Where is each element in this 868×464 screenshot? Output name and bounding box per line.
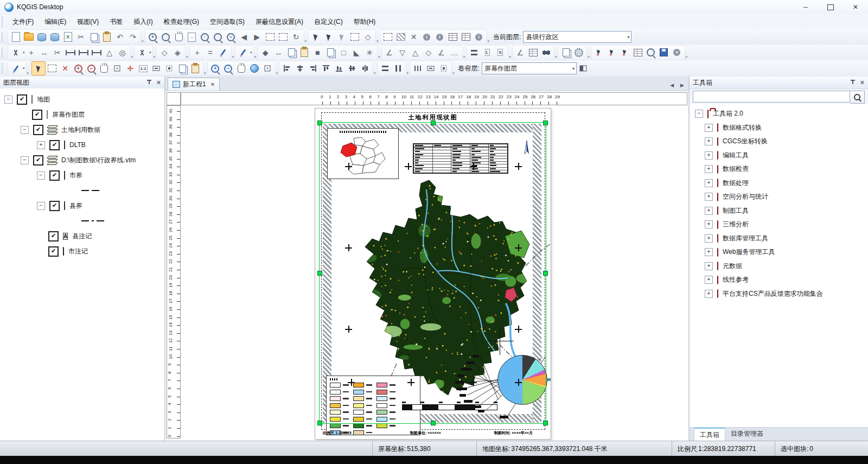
layout-page[interactable]: 土地利用现状图 [315, 108, 551, 440]
paste-icon[interactable] [100, 30, 113, 43]
clear-selection-icon[interactable]: ✕ [407, 30, 420, 43]
stack-squares-icon[interactable] [324, 46, 337, 59]
width-ruler-icon[interactable] [468, 46, 481, 59]
globe-refresh-icon[interactable] [248, 62, 261, 75]
snap-plus-icon[interactable]: + [191, 46, 204, 59]
one-to-one-icon[interactable]: 1:1 [137, 62, 150, 75]
layer-checkbox[interactable]: ✔ [49, 201, 60, 211]
selection-handle-0[interactable] [317, 120, 322, 125]
toolbox-item-11[interactable]: +线性参考 [695, 273, 868, 287]
selection-handle-7[interactable] [543, 421, 548, 425]
full-extent-icon[interactable] [111, 62, 124, 75]
copy-geometry-icon[interactable] [285, 46, 298, 59]
menu-item-5[interactable]: 检查处理(G) [158, 15, 205, 29]
selection-handle-5[interactable] [317, 421, 322, 425]
layer-tree-item-1[interactable]: ✔屏幕作图层 [4, 107, 164, 122]
locate-magnifier-icon[interactable]: · [199, 30, 212, 43]
toolbox-item-8[interactable]: +数据库管理工具 [695, 232, 868, 246]
move-selection-icon[interactable] [381, 30, 394, 43]
vertex-edit-1-icon[interactable] [592, 46, 605, 59]
maximize-button[interactable] [818, 0, 843, 14]
layer-checkbox[interactable]: ✔ [48, 231, 59, 241]
angle-query-icon[interactable]: ∠ [514, 46, 527, 59]
layer-checkbox[interactable]: ✔ [32, 110, 42, 120]
segment-tool-1-icon[interactable] [64, 46, 77, 59]
select-element-icon[interactable] [31, 61, 46, 75]
expand-toggle[interactable]: + [705, 262, 713, 270]
raster-query-icon[interactable] [459, 30, 473, 43]
selection-handle-3[interactable] [317, 271, 322, 276]
zoom-out-blue-icon[interactable]: − [222, 62, 235, 75]
toolbox-item-7[interactable]: +三维分析 [695, 218, 868, 232]
fit-frame-icon[interactable] [437, 62, 450, 75]
toolbox-close-icon[interactable]: ✕ [860, 79, 865, 86]
parallel-tool-icon[interactable]: = [204, 46, 217, 59]
layer-checkbox[interactable]: ✔ [48, 246, 59, 257]
paste-view-icon[interactable] [189, 62, 202, 75]
layer-checkbox[interactable]: ✔ [17, 94, 27, 105]
new-document-icon[interactable] [9, 30, 22, 43]
save-database-icon[interactable] [48, 30, 61, 43]
menu-item-2[interactable]: 视图(V) [72, 15, 104, 29]
pin-icon[interactable] [147, 79, 152, 86]
box-select-icon[interactable] [348, 30, 361, 43]
expand-toggle[interactable]: − [4, 96, 12, 104]
zoom-window-icon[interactable] [212, 30, 225, 43]
toolbox-item-5[interactable]: +空间分析与统计 [695, 190, 868, 204]
hatch-selection-icon[interactable] [394, 30, 407, 43]
polyline-style-icon-dropdown[interactable]: ▾ [149, 50, 151, 55]
center-view-icon[interactable]: ✛ [124, 62, 137, 75]
toolbox-item-2[interactable]: +编辑工具 [695, 149, 868, 163]
select-feature-icon[interactable] [322, 30, 335, 43]
align-middle-icon[interactable] [346, 62, 359, 75]
style-pencil-icon[interactable] [9, 62, 22, 75]
menu-item-7[interactable]: 屏蔽信息设置(A) [250, 15, 309, 29]
layer-tree-item-5[interactable]: −✔市界 [4, 168, 164, 183]
reshape-polygon-icon[interactable]: ◈ [171, 46, 184, 59]
polyline-style-icon[interactable] [136, 46, 149, 59]
sketch-polyline-icon[interactable] [9, 46, 22, 59]
pan-hand-2-icon[interactable] [98, 62, 111, 75]
layer-tree-item-2[interactable]: −✔土地利用数据 [4, 122, 164, 137]
toolbox-item-3[interactable]: +数据检查 [695, 162, 868, 176]
delete-element-icon[interactable]: ✕ [59, 62, 72, 75]
next-view-icon[interactable]: ▶ [251, 30, 264, 43]
move-geometry-icon[interactable]: ↔ [272, 46, 285, 59]
zoom-to-selection-icon[interactable] [150, 62, 163, 75]
split-line-icon[interactable]: ✂ [51, 46, 64, 59]
align-vertical-icon[interactable] [359, 62, 372, 75]
fill-triangle-icon[interactable]: ◣ [350, 46, 363, 59]
segment-tool-2-icon[interactable] [77, 46, 90, 59]
panel-tab-0[interactable]: 工具箱 [694, 428, 725, 441]
layer-tree-item-9[interactable]: ✔A县注记 [4, 228, 164, 244]
align-center-icon[interactable] [293, 62, 307, 75]
selection-handle-6[interactable] [431, 421, 436, 425]
toolbox-search-input[interactable] [693, 91, 850, 103]
menu-item-8[interactable]: 自定义(C) [309, 15, 348, 29]
vertex-edit-2-icon[interactable] [605, 46, 618, 59]
layer-checkbox[interactable]: ✔ [33, 125, 43, 135]
align-bottom-icon[interactable] [333, 62, 346, 75]
move-feature-icon[interactable]: ↔ [38, 46, 51, 59]
copy-view-icon[interactable] [176, 62, 189, 75]
redo-icon[interactable]: ↷ [126, 30, 139, 43]
match-height-icon[interactable] [392, 62, 405, 75]
open-project-icon[interactable] [22, 30, 35, 43]
align-right-icon[interactable] [307, 62, 320, 75]
expand-toggle[interactable]: + [705, 165, 713, 173]
add-vertex-icon[interactable]: + [25, 46, 38, 59]
measure-triangle-down-icon[interactable]: ▽ [396, 46, 409, 59]
panel-tab-1[interactable]: 目录管理器 [725, 428, 769, 440]
zoom-in-magnifier-icon[interactable]: + [146, 30, 159, 43]
expand-toggle[interactable]: + [705, 137, 713, 145]
expand-toggle[interactable]: − [37, 171, 45, 180]
expand-toggle[interactable]: + [705, 207, 713, 215]
match-width-icon[interactable] [379, 62, 392, 75]
ink-pen-icon[interactable] [237, 46, 250, 59]
menu-item-9[interactable]: 帮助(H) [348, 15, 381, 29]
measure-arc-icon[interactable]: ∠ [435, 46, 448, 59]
zoom-attribute-icon[interactable] [644, 46, 658, 59]
deselect-arrow-icon[interactable] [335, 30, 348, 43]
document-tab[interactable]: 新工程1 ✕ [168, 78, 220, 91]
box-select-element-icon[interactable] [46, 62, 59, 75]
